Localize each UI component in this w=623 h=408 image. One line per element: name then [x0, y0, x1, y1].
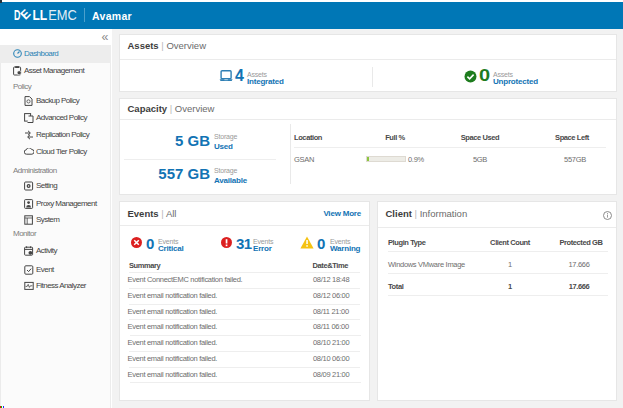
svg-text:EMC: EMC: [48, 6, 77, 23]
svg-text:LL: LL: [32, 6, 47, 23]
